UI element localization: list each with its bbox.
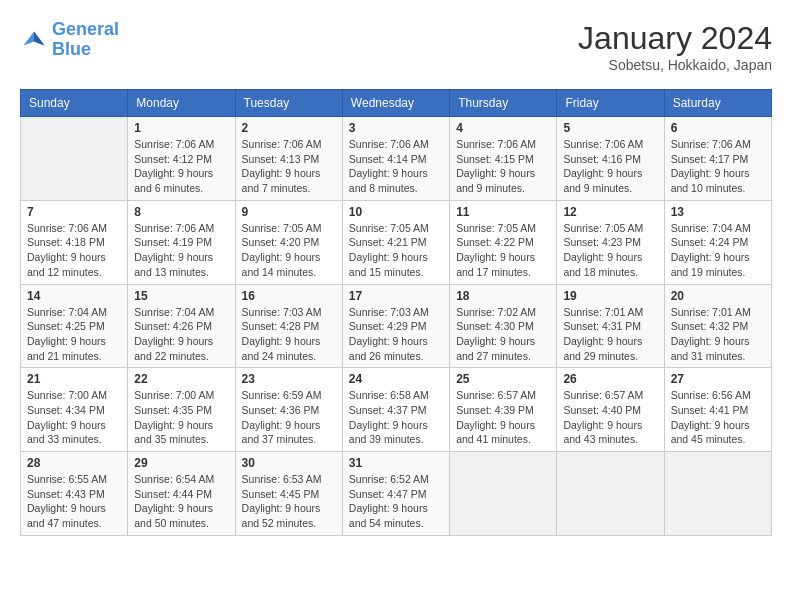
day-info: Sunrise: 6:55 AM Sunset: 4:43 PM Dayligh… bbox=[27, 472, 121, 531]
day-number: 5 bbox=[563, 121, 657, 135]
day-number: 17 bbox=[349, 289, 443, 303]
calendar-header-row: SundayMondayTuesdayWednesdayThursdayFrid… bbox=[21, 90, 772, 117]
logo: General Blue bbox=[20, 20, 119, 60]
day-info: Sunrise: 6:52 AM Sunset: 4:47 PM Dayligh… bbox=[349, 472, 443, 531]
calendar-cell: 17Sunrise: 7:03 AM Sunset: 4:29 PM Dayli… bbox=[342, 284, 449, 368]
calendar-cell: 29Sunrise: 6:54 AM Sunset: 4:44 PM Dayli… bbox=[128, 452, 235, 536]
day-number: 15 bbox=[134, 289, 228, 303]
col-header-sunday: Sunday bbox=[21, 90, 128, 117]
calendar-cell: 11Sunrise: 7:05 AM Sunset: 4:22 PM Dayli… bbox=[450, 200, 557, 284]
calendar-cell bbox=[450, 452, 557, 536]
calendar-cell: 9Sunrise: 7:05 AM Sunset: 4:20 PM Daylig… bbox=[235, 200, 342, 284]
calendar-title: January 2024 bbox=[578, 20, 772, 57]
day-number: 11 bbox=[456, 205, 550, 219]
day-info: Sunrise: 7:05 AM Sunset: 4:20 PM Dayligh… bbox=[242, 221, 336, 280]
calendar-cell: 13Sunrise: 7:04 AM Sunset: 4:24 PM Dayli… bbox=[664, 200, 771, 284]
calendar-subtitle: Sobetsu, Hokkaido, Japan bbox=[578, 57, 772, 73]
day-info: Sunrise: 7:03 AM Sunset: 4:29 PM Dayligh… bbox=[349, 305, 443, 364]
day-info: Sunrise: 7:05 AM Sunset: 4:23 PM Dayligh… bbox=[563, 221, 657, 280]
calendar-cell: 31Sunrise: 6:52 AM Sunset: 4:47 PM Dayli… bbox=[342, 452, 449, 536]
day-number: 20 bbox=[671, 289, 765, 303]
calendar-cell: 27Sunrise: 6:56 AM Sunset: 4:41 PM Dayli… bbox=[664, 368, 771, 452]
day-info: Sunrise: 7:06 AM Sunset: 4:15 PM Dayligh… bbox=[456, 137, 550, 196]
day-number: 31 bbox=[349, 456, 443, 470]
calendar-cell: 24Sunrise: 6:58 AM Sunset: 4:37 PM Dayli… bbox=[342, 368, 449, 452]
day-info: Sunrise: 7:04 AM Sunset: 4:25 PM Dayligh… bbox=[27, 305, 121, 364]
week-row-5: 28Sunrise: 6:55 AM Sunset: 4:43 PM Dayli… bbox=[21, 452, 772, 536]
day-info: Sunrise: 7:06 AM Sunset: 4:12 PM Dayligh… bbox=[134, 137, 228, 196]
day-number: 1 bbox=[134, 121, 228, 135]
day-info: Sunrise: 7:01 AM Sunset: 4:32 PM Dayligh… bbox=[671, 305, 765, 364]
calendar-cell: 18Sunrise: 7:02 AM Sunset: 4:30 PM Dayli… bbox=[450, 284, 557, 368]
day-info: Sunrise: 6:58 AM Sunset: 4:37 PM Dayligh… bbox=[349, 388, 443, 447]
day-number: 3 bbox=[349, 121, 443, 135]
day-info: Sunrise: 7:00 AM Sunset: 4:34 PM Dayligh… bbox=[27, 388, 121, 447]
calendar-cell: 26Sunrise: 6:57 AM Sunset: 4:40 PM Dayli… bbox=[557, 368, 664, 452]
day-info: Sunrise: 6:57 AM Sunset: 4:40 PM Dayligh… bbox=[563, 388, 657, 447]
day-info: Sunrise: 6:53 AM Sunset: 4:45 PM Dayligh… bbox=[242, 472, 336, 531]
day-info: Sunrise: 7:06 AM Sunset: 4:17 PM Dayligh… bbox=[671, 137, 765, 196]
week-row-3: 14Sunrise: 7:04 AM Sunset: 4:25 PM Dayli… bbox=[21, 284, 772, 368]
day-number: 28 bbox=[27, 456, 121, 470]
day-number: 21 bbox=[27, 372, 121, 386]
day-number: 22 bbox=[134, 372, 228, 386]
day-number: 26 bbox=[563, 372, 657, 386]
calendar-cell: 19Sunrise: 7:01 AM Sunset: 4:31 PM Dayli… bbox=[557, 284, 664, 368]
day-number: 27 bbox=[671, 372, 765, 386]
calendar-cell: 21Sunrise: 7:00 AM Sunset: 4:34 PM Dayli… bbox=[21, 368, 128, 452]
day-info: Sunrise: 7:00 AM Sunset: 4:35 PM Dayligh… bbox=[134, 388, 228, 447]
day-info: Sunrise: 7:05 AM Sunset: 4:22 PM Dayligh… bbox=[456, 221, 550, 280]
calendar-cell: 4Sunrise: 7:06 AM Sunset: 4:15 PM Daylig… bbox=[450, 117, 557, 201]
day-info: Sunrise: 6:59 AM Sunset: 4:36 PM Dayligh… bbox=[242, 388, 336, 447]
day-number: 7 bbox=[27, 205, 121, 219]
col-header-friday: Friday bbox=[557, 90, 664, 117]
calendar-cell: 8Sunrise: 7:06 AM Sunset: 4:19 PM Daylig… bbox=[128, 200, 235, 284]
day-number: 16 bbox=[242, 289, 336, 303]
calendar-cell: 15Sunrise: 7:04 AM Sunset: 4:26 PM Dayli… bbox=[128, 284, 235, 368]
day-info: Sunrise: 6:56 AM Sunset: 4:41 PM Dayligh… bbox=[671, 388, 765, 447]
calendar-cell: 20Sunrise: 7:01 AM Sunset: 4:32 PM Dayli… bbox=[664, 284, 771, 368]
calendar-cell bbox=[21, 117, 128, 201]
day-info: Sunrise: 7:06 AM Sunset: 4:13 PM Dayligh… bbox=[242, 137, 336, 196]
day-info: Sunrise: 7:02 AM Sunset: 4:30 PM Dayligh… bbox=[456, 305, 550, 364]
col-header-monday: Monday bbox=[128, 90, 235, 117]
day-info: Sunrise: 7:03 AM Sunset: 4:28 PM Dayligh… bbox=[242, 305, 336, 364]
calendar-cell: 5Sunrise: 7:06 AM Sunset: 4:16 PM Daylig… bbox=[557, 117, 664, 201]
day-number: 18 bbox=[456, 289, 550, 303]
calendar-cell: 22Sunrise: 7:00 AM Sunset: 4:35 PM Dayli… bbox=[128, 368, 235, 452]
day-info: Sunrise: 7:06 AM Sunset: 4:14 PM Dayligh… bbox=[349, 137, 443, 196]
calendar-cell: 12Sunrise: 7:05 AM Sunset: 4:23 PM Dayli… bbox=[557, 200, 664, 284]
calendar-cell: 28Sunrise: 6:55 AM Sunset: 4:43 PM Dayli… bbox=[21, 452, 128, 536]
day-info: Sunrise: 7:06 AM Sunset: 4:18 PM Dayligh… bbox=[27, 221, 121, 280]
col-header-saturday: Saturday bbox=[664, 90, 771, 117]
day-number: 6 bbox=[671, 121, 765, 135]
day-number: 9 bbox=[242, 205, 336, 219]
calendar-cell: 2Sunrise: 7:06 AM Sunset: 4:13 PM Daylig… bbox=[235, 117, 342, 201]
day-info: Sunrise: 7:04 AM Sunset: 4:26 PM Dayligh… bbox=[134, 305, 228, 364]
calendar-cell: 10Sunrise: 7:05 AM Sunset: 4:21 PM Dayli… bbox=[342, 200, 449, 284]
page-header: General Blue January 2024 Sobetsu, Hokka… bbox=[20, 20, 772, 73]
logo-text: General Blue bbox=[52, 20, 119, 60]
calendar-cell bbox=[664, 452, 771, 536]
week-row-4: 21Sunrise: 7:00 AM Sunset: 4:34 PM Dayli… bbox=[21, 368, 772, 452]
day-number: 4 bbox=[456, 121, 550, 135]
day-number: 8 bbox=[134, 205, 228, 219]
calendar-cell: 3Sunrise: 7:06 AM Sunset: 4:14 PM Daylig… bbox=[342, 117, 449, 201]
day-info: Sunrise: 7:05 AM Sunset: 4:21 PM Dayligh… bbox=[349, 221, 443, 280]
calendar-cell: 6Sunrise: 7:06 AM Sunset: 4:17 PM Daylig… bbox=[664, 117, 771, 201]
calendar-cell: 25Sunrise: 6:57 AM Sunset: 4:39 PM Dayli… bbox=[450, 368, 557, 452]
day-number: 2 bbox=[242, 121, 336, 135]
day-info: Sunrise: 6:57 AM Sunset: 4:39 PM Dayligh… bbox=[456, 388, 550, 447]
day-number: 30 bbox=[242, 456, 336, 470]
week-row-2: 7Sunrise: 7:06 AM Sunset: 4:18 PM Daylig… bbox=[21, 200, 772, 284]
title-block: January 2024 Sobetsu, Hokkaido, Japan bbox=[578, 20, 772, 73]
col-header-tuesday: Tuesday bbox=[235, 90, 342, 117]
day-number: 12 bbox=[563, 205, 657, 219]
calendar-cell: 16Sunrise: 7:03 AM Sunset: 4:28 PM Dayli… bbox=[235, 284, 342, 368]
col-header-thursday: Thursday bbox=[450, 90, 557, 117]
day-number: 29 bbox=[134, 456, 228, 470]
day-info: Sunrise: 7:06 AM Sunset: 4:19 PM Dayligh… bbox=[134, 221, 228, 280]
calendar-cell: 14Sunrise: 7:04 AM Sunset: 4:25 PM Dayli… bbox=[21, 284, 128, 368]
calendar-cell: 7Sunrise: 7:06 AM Sunset: 4:18 PM Daylig… bbox=[21, 200, 128, 284]
calendar-cell bbox=[557, 452, 664, 536]
